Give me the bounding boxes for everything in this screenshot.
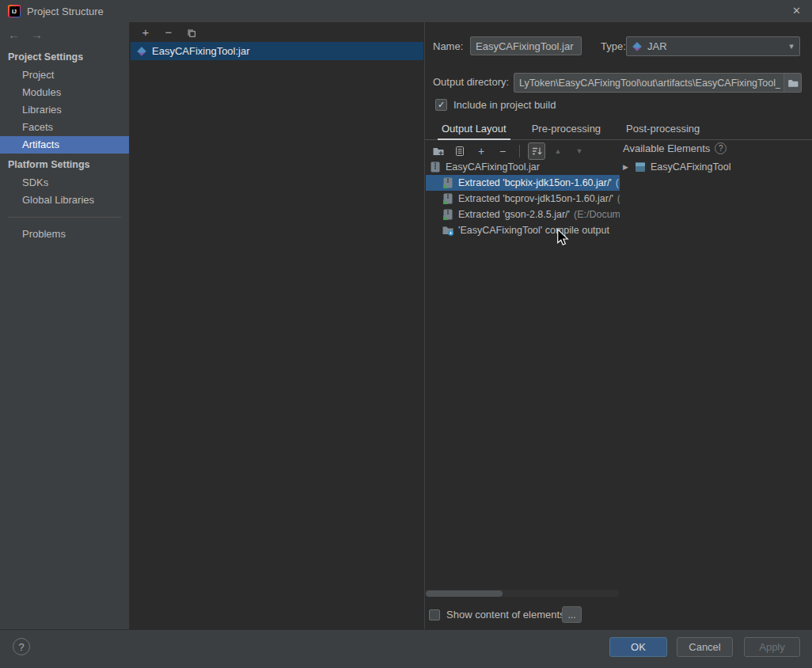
dialog-footer: ? OK Cancel Apply xyxy=(0,629,812,668)
cancel-button[interactable]: Cancel xyxy=(677,637,733,657)
tab-output-layout[interactable]: Output Layout xyxy=(438,119,510,139)
tree-item-path-hint: (E:/Documen xyxy=(574,209,620,220)
help-button[interactable]: ? xyxy=(13,638,30,655)
jar-file-icon xyxy=(429,161,442,173)
move-down-button[interactable]: ▼ xyxy=(571,142,588,160)
include-in-build-label: Include in project build xyxy=(453,99,556,111)
available-element-label: EasyCAFixingTool xyxy=(651,161,730,173)
tree-item-path-hint: (E: xyxy=(617,193,620,204)
jar-type-icon xyxy=(632,41,643,52)
sidebar-item-project[interactable]: Project xyxy=(0,66,129,84)
expand-arrow-icon[interactable]: ▶ xyxy=(621,163,630,171)
scrollbar-thumb[interactable] xyxy=(426,590,503,597)
artifacts-panel: + − EasyCAFixingTool:jar xyxy=(131,22,423,629)
sidebar-item-artifacts[interactable]: Artifacts xyxy=(0,136,129,154)
chevron-down-icon: ▾ xyxy=(784,37,799,55)
checkbox-checked-icon: ✓ xyxy=(435,99,447,111)
name-label: Name: xyxy=(433,40,463,52)
available-elements-header: Available Elements ? xyxy=(623,142,727,154)
apply-button[interactable]: Apply xyxy=(744,637,800,657)
close-icon[interactable]: ✕ xyxy=(792,5,801,17)
sidebar-divider xyxy=(8,217,121,218)
navigation-arrows: ← → xyxy=(0,22,129,46)
available-element-item[interactable]: ▶ EasyCAFixingTool xyxy=(620,159,812,175)
titlebar: IJ Project Structure ✕ xyxy=(0,0,812,22)
nav-back-button[interactable]: ← xyxy=(8,28,20,41)
artifact-icon xyxy=(136,46,147,57)
show-content-checkbox[interactable]: Show content of elements xyxy=(429,609,565,621)
output-directory-label: Output directory: xyxy=(433,76,509,88)
remove-artifact-button[interactable]: − xyxy=(161,25,176,40)
remove-element-button[interactable]: − xyxy=(494,142,511,160)
sort-elements-button[interactable] xyxy=(528,142,545,160)
sidebar: ← → Project Settings Project Modules Lib… xyxy=(0,22,130,629)
create-archive-button[interactable] xyxy=(451,142,469,160)
type-select-value: JAR xyxy=(647,40,667,52)
more-options-button[interactable]: ... xyxy=(562,606,582,623)
intellij-logo-icon: IJ xyxy=(8,5,21,17)
sidebar-item-modules[interactable]: Modules xyxy=(0,84,129,101)
output-directory-field xyxy=(514,73,802,93)
include-in-build-checkbox[interactable]: ✓ Include in project build xyxy=(435,99,556,111)
artifacts-toolbar: + − xyxy=(131,22,423,42)
project-settings-header: Project Settings xyxy=(0,46,129,66)
module-icon xyxy=(634,161,647,173)
artifact-list-item[interactable]: EasyCAFixingTool:jar xyxy=(131,42,423,60)
tab-pre-processing[interactable]: Pre-processing xyxy=(528,119,605,139)
nav-forward-button[interactable]: → xyxy=(31,28,43,41)
sidebar-item-global-libraries[interactable]: Global Libraries xyxy=(0,192,129,209)
tree-item-compile-output[interactable]: 'EasyCAFixingTool' compile output xyxy=(426,222,620,238)
checkbox-unchecked-icon xyxy=(429,609,440,621)
tree-item-root[interactable]: EasyCAFixingTool.jar xyxy=(426,159,620,175)
type-select[interactable]: JAR ▾ xyxy=(626,36,800,56)
extracted-jar-icon xyxy=(442,176,454,189)
extracted-jar-icon xyxy=(442,192,454,205)
folder-icon xyxy=(787,78,799,89)
tree-item-extracted-bcpkix[interactable]: Extracted 'bcpkix-jdk15on-1.60.jar/' (E: xyxy=(426,175,620,191)
available-elements-tree: ▶ EasyCAFixingTool xyxy=(620,159,812,175)
library-icon xyxy=(453,145,466,158)
artifact-list-item-label: EasyCAFixingTool:jar xyxy=(152,45,250,57)
available-elements-label: Available Elements xyxy=(623,142,710,154)
layout-tabs: Output Layout Pre-processing Post-proces… xyxy=(425,119,812,140)
output-directory-input[interactable] xyxy=(514,78,784,89)
output-layout-tree: EasyCAFixingTool.jar Extracted 'bcpkix-j… xyxy=(426,159,620,238)
copy-icon xyxy=(186,27,197,38)
sidebar-item-sdks[interactable]: SDKs xyxy=(0,174,129,192)
artifact-details-panel: Name: Type: JAR ▾ Output directory: ✓ In… xyxy=(424,22,812,629)
horizontal-scrollbar[interactable] xyxy=(426,590,619,597)
folder-add-icon xyxy=(432,145,445,158)
type-label: Type: xyxy=(601,40,626,52)
sidebar-item-libraries[interactable]: Libraries xyxy=(0,101,129,119)
tree-item-extracted-gson[interactable]: Extracted 'gson-2.8.5.jar/' (E:/Documen xyxy=(426,207,620,222)
sidebar-item-facets[interactable]: Facets xyxy=(0,119,129,136)
add-artifact-button[interactable]: + xyxy=(138,25,153,40)
sort-icon xyxy=(530,145,543,158)
window-title: Project Structure xyxy=(27,6,104,17)
create-directory-button[interactable] xyxy=(430,142,447,160)
tree-item-label: 'EasyCAFixingTool' compile output xyxy=(458,225,609,236)
move-up-button[interactable]: ▲ xyxy=(549,142,567,160)
show-content-label: Show content of elements xyxy=(446,609,565,621)
tree-item-label: Extracted 'gson-2.8.5.jar/' xyxy=(458,209,570,220)
tree-item-label: EasyCAFixingTool.jar xyxy=(446,161,540,173)
compile-output-icon xyxy=(442,224,454,237)
tree-item-label: Extracted 'bcpkix-jdk15on-1.60.jar/' xyxy=(458,177,612,188)
copy-artifact-button[interactable] xyxy=(184,25,199,40)
browse-output-directory-button[interactable] xyxy=(784,74,801,92)
help-icon[interactable]: ? xyxy=(715,142,727,154)
extracted-jar-icon xyxy=(442,208,454,221)
artifact-name-input[interactable] xyxy=(470,36,582,55)
ok-button[interactable]: OK xyxy=(609,637,667,657)
tab-post-processing[interactable]: Post-processing xyxy=(622,119,704,139)
tree-item-path-hint: (E: xyxy=(616,177,620,188)
tree-item-label: Extracted 'bcprov-jdk15on-1.60.jar/' xyxy=(458,193,613,204)
add-element-button[interactable]: + xyxy=(472,142,490,160)
tree-item-extracted-bcprov[interactable]: Extracted 'bcprov-jdk15on-1.60.jar/' (E: xyxy=(426,191,620,207)
sidebar-item-problems[interactable]: Problems xyxy=(0,226,129,243)
platform-settings-header: Platform Settings xyxy=(0,154,129,174)
toolbar-separator xyxy=(519,145,520,158)
